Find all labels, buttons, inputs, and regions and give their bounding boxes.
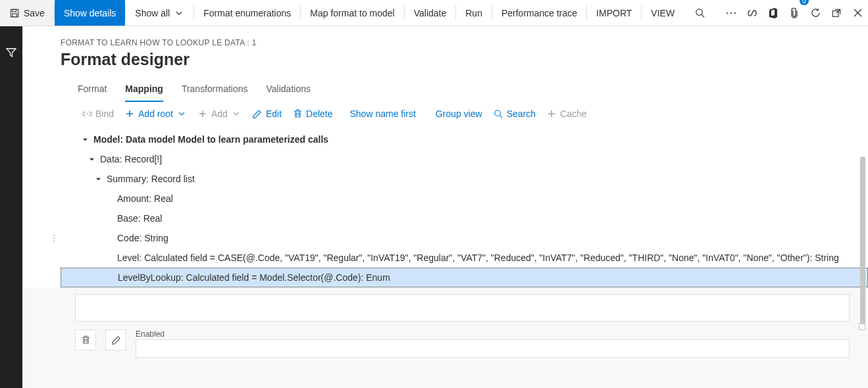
collapse-icon[interactable] — [80, 135, 89, 144]
search-icon — [493, 109, 503, 119]
refresh-button[interactable] — [805, 0, 826, 26]
pencil-icon — [111, 335, 121, 345]
svg-line-4 — [702, 14, 704, 17]
enabled-field[interactable] — [136, 339, 850, 358]
format-enumerations-button[interactable]: Format enumerations — [194, 0, 300, 26]
tree-node-level[interactable]: Level: Calculated field = CASE(@.Code, "… — [61, 248, 868, 268]
svg-point-15 — [494, 110, 500, 116]
group-view-button[interactable]: Group view — [436, 109, 482, 119]
tree-node-summary[interactable]: Summary: Record list — [61, 169, 868, 189]
save-label: Save — [24, 8, 45, 18]
node-label: Code: String — [117, 233, 168, 243]
tab-format[interactable]: Format — [78, 80, 107, 102]
scroll-corner — [859, 324, 865, 330]
show-name-first-button[interactable]: Show name first — [349, 109, 415, 119]
show-all-label: Show all — [135, 8, 170, 18]
devops-button[interactable] — [742, 0, 763, 26]
more-button[interactable] — [721, 0, 742, 26]
save-icon — [9, 8, 20, 18]
tree-node-base[interactable]: Base: Real — [61, 208, 868, 228]
delete-button[interactable]: Delete — [292, 109, 332, 119]
run-label: Run — [465, 8, 482, 18]
office-button[interactable] — [763, 0, 784, 26]
bottom-panel: Enabled — [22, 287, 868, 358]
perf-trace-label: Performance trace — [501, 8, 577, 18]
edit-row-button[interactable] — [105, 329, 126, 351]
content-area: FORMAT TO LEARN HOW TO LOOKUP LE DATA : … — [22, 26, 868, 388]
popout-icon — [831, 8, 842, 18]
cache-label: Cache — [560, 109, 586, 119]
view-label: VIEW — [651, 8, 675, 18]
svg-rect-2 — [13, 13, 17, 16]
search-toolbar-button[interactable]: Search — [493, 109, 536, 119]
add-label: Add — [211, 109, 228, 119]
add-root-label: Add root — [138, 109, 173, 119]
link-icon — [82, 109, 92, 119]
map-format-label: Map format to model — [310, 8, 394, 18]
drag-handle-icon[interactable]: ⋮ — [50, 233, 61, 243]
node-label: Data: Record[!] — [100, 154, 162, 164]
delete-label: Delete — [306, 109, 332, 119]
plus-icon — [197, 109, 208, 119]
validate-button[interactable]: Validate — [405, 0, 456, 26]
formula-bar[interactable] — [75, 294, 850, 322]
trash-icon — [80, 335, 91, 345]
tab-transformations[interactable]: Transformations — [182, 80, 248, 102]
svg-point-7 — [734, 12, 736, 14]
office-icon — [768, 8, 779, 18]
chevron-down-icon — [174, 8, 184, 18]
paperclip-icon — [789, 8, 800, 18]
collapse-icon[interactable] — [93, 174, 103, 183]
tabs: Format Mapping Transformations Validatio… — [61, 80, 850, 102]
edit-label: Edit — [266, 109, 282, 119]
bind-label: Bind — [95, 109, 114, 119]
plus-icon — [124, 109, 135, 119]
filter-icon[interactable] — [6, 47, 16, 58]
add-button[interactable]: Add — [197, 109, 242, 119]
enabled-label: Enabled — [136, 329, 850, 339]
tree-node-code[interactable]: ⋮ Code: String — [61, 228, 868, 248]
tree-node-levelbylookup[interactable]: LevelByLookup: Calculated field = Model.… — [61, 268, 868, 287]
cache-button[interactable]: Cache — [546, 109, 586, 119]
attachments-button[interactable]: 0 — [784, 0, 805, 26]
scrollbar-thumb[interactable] — [860, 157, 865, 325]
view-menu[interactable]: VIEW — [642, 0, 684, 26]
tab-mapping[interactable]: Mapping — [125, 80, 163, 102]
delete-row-button[interactable] — [75, 329, 96, 351]
add-root-button[interactable]: Add root — [124, 109, 187, 119]
search-button[interactable] — [689, 0, 710, 26]
tab-validations[interactable]: Validations — [267, 80, 311, 102]
trash-icon — [292, 109, 303, 119]
mapping-toolbar: Bind Add root Add — [22, 102, 868, 126]
pencil-icon — [252, 109, 263, 119]
popout-button[interactable] — [826, 0, 847, 26]
refresh-icon — [810, 8, 821, 18]
format-enum-label: Format enumerations — [203, 8, 291, 18]
chevron-down-icon — [176, 109, 187, 119]
map-format-button[interactable]: Map format to model — [301, 0, 403, 26]
devops-icon — [747, 8, 757, 18]
breadcrumb[interactable]: FORMAT TO LEARN HOW TO LOOKUP LE DATA : … — [61, 38, 850, 47]
node-label: Level: Calculated field = CASE(@.Code, "… — [117, 253, 839, 263]
search-icon — [694, 8, 705, 18]
close-icon — [852, 8, 863, 18]
tree-node-amount[interactable]: Amount: Real — [61, 189, 868, 208]
search-label: Search — [507, 109, 536, 119]
collapse-icon[interactable] — [87, 155, 96, 164]
show-all-button[interactable]: Show all — [126, 0, 193, 26]
tree-node-model[interactable]: Model: Data model Model to learn paramet… — [61, 130, 868, 149]
data-tree: Model: Data model Model to learn paramet… — [22, 130, 868, 287]
performance-trace-button[interactable]: Performance trace — [492, 0, 586, 26]
node-label: LevelByLookup: Calculated field = Model.… — [118, 272, 390, 283]
save-button[interactable]: Save — [0, 0, 54, 26]
command-bar: Save Show details Show all Format enumer… — [0, 0, 868, 26]
edit-button[interactable]: Edit — [252, 109, 282, 119]
run-button[interactable]: Run — [456, 0, 492, 26]
show-details-button[interactable]: Show details — [55, 0, 125, 26]
validate-label: Validate — [414, 8, 447, 18]
bind-button[interactable]: Bind — [82, 109, 114, 119]
node-label: Model: Data model Model to learn paramet… — [93, 134, 328, 145]
import-menu[interactable]: IMPORT — [587, 0, 641, 26]
close-button[interactable] — [847, 0, 868, 26]
tree-node-data[interactable]: Data: Record[!] — [61, 149, 868, 169]
